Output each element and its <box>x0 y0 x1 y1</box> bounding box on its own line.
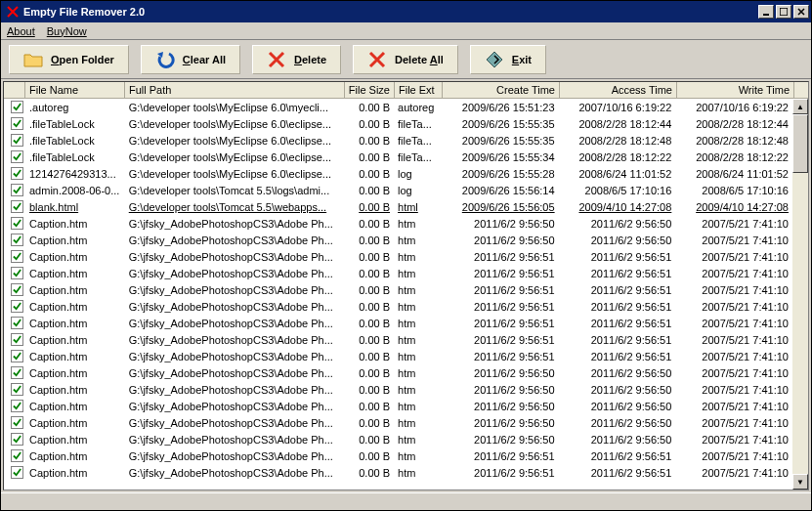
row-checkbox[interactable] <box>11 383 23 396</box>
table-row[interactable]: Caption.htmG:\jfsky_AdobePhotoshopCS3\Ad… <box>4 381 792 398</box>
table-row[interactable]: Caption.htmG:\jfsky_AdobePhotoshopCS3\Ad… <box>4 348 792 364</box>
cell-filename: .autoreg <box>25 102 125 113</box>
row-checkbox[interactable] <box>11 449 23 462</box>
table-row[interactable]: Caption.htmG:\jfsky_AdobePhotoshopCS3\Ad… <box>4 248 792 265</box>
undo-icon <box>155 50 175 69</box>
table-row[interactable]: Caption.htmG:\jfsky_AdobePhotoshopCS3\Ad… <box>4 364 792 381</box>
header-create[interactable]: Create Time <box>443 82 560 98</box>
delete-all-button[interactable]: Delete All <box>353 45 458 74</box>
row-checkbox[interactable] <box>11 300 23 313</box>
cell-fullpath: G:\jfsky_AdobePhotoshopCS3\Adobe Ph... <box>125 334 344 346</box>
scroll-up-button[interactable]: ▲ <box>792 99 808 114</box>
table-row[interactable]: Caption.htmG:\jfsky_AdobePhotoshopCS3\Ad… <box>4 315 792 331</box>
cell-access: 2009/4/10 14:27:08 <box>559 201 676 213</box>
row-checkbox[interactable] <box>11 466 23 479</box>
cell-fullpath: G:\jfsky_AdobePhotoshopCS3\Adobe Ph... <box>125 318 344 329</box>
header-checkbox[interactable] <box>4 82 25 98</box>
cell-fileext: htm <box>394 417 442 429</box>
table-row[interactable]: 1214276429313...G:\developer tools\MyEcl… <box>4 165 792 182</box>
delete-button[interactable]: Delete <box>252 45 341 74</box>
exit-icon <box>485 50 504 69</box>
cell-fileext: htm <box>394 384 442 396</box>
table-row[interactable]: Caption.htmG:\jfsky_AdobePhotoshopCS3\Ad… <box>4 331 792 348</box>
table-row[interactable]: Caption.htmG:\jfsky_AdobePhotoshopCS3\Ad… <box>4 414 792 431</box>
row-checkbox[interactable] <box>11 117 23 130</box>
header-fileext[interactable]: File Ext <box>395 82 443 98</box>
cell-filename: Caption.htm <box>25 318 125 329</box>
exit-button[interactable]: Exit <box>470 45 546 74</box>
row-checkbox[interactable] <box>11 150 23 163</box>
cell-access: 2011/6/2 9:56:51 <box>559 318 676 329</box>
cell-filename: Caption.htm <box>25 234 125 246</box>
cell-filesize: 0.00 B <box>344 268 394 279</box>
svg-rect-0 <box>763 14 769 16</box>
table-row[interactable]: Caption.htmG:\jfsky_AdobePhotoshopCS3\Ad… <box>4 265 792 281</box>
vertical-scrollbar[interactable]: ▲ ▼ <box>792 99 808 490</box>
header-access[interactable]: Access Time <box>560 82 677 98</box>
header-filesize[interactable]: File Size <box>345 82 395 98</box>
app-x-icon <box>6 5 20 19</box>
table-row[interactable]: Caption.htmG:\jfsky_AdobePhotoshopCS3\Ad… <box>4 464 792 481</box>
cell-filesize: 0.00 B <box>344 467 394 479</box>
table-row[interactable]: .fileTableLockG:\developer tools\MyEclip… <box>4 115 792 132</box>
cell-filesize: 0.00 B <box>344 450 394 462</box>
row-checkbox[interactable] <box>11 333 23 346</box>
close-button[interactable] <box>793 5 809 19</box>
row-checkbox[interactable] <box>11 250 23 263</box>
table-row[interactable]: .autoregG:\developer tools\MyEclipse 6.0… <box>4 99 792 115</box>
cell-fileext: htm <box>394 434 442 446</box>
table-row[interactable]: Caption.htmG:\jfsky_AdobePhotoshopCS3\Ad… <box>4 281 792 298</box>
cell-write: 2008/2/28 18:12:48 <box>675 135 792 147</box>
cell-filesize: 0.00 B <box>344 218 394 230</box>
cell-create: 2011/6/2 9:56:51 <box>442 318 559 329</box>
table-row[interactable]: Caption.htmG:\jfsky_AdobePhotoshopCS3\Ad… <box>4 298 792 315</box>
table-row[interactable]: blank.htmlG:\developer tools\Tomcat 5.5\… <box>4 198 792 215</box>
header-write[interactable]: Write Time <box>677 82 794 98</box>
clear-all-button[interactable]: Clear All <box>141 45 240 74</box>
row-checkbox[interactable] <box>11 167 23 180</box>
table-row[interactable]: Caption.htmG:\jfsky_AdobePhotoshopCS3\Ad… <box>4 398 792 414</box>
row-checkbox[interactable] <box>11 101 23 113</box>
row-checkbox[interactable] <box>11 234 23 246</box>
cell-filesize: 0.00 B <box>344 301 394 313</box>
menu-buynow[interactable]: BuyNow <box>47 25 87 37</box>
minimize-button[interactable] <box>758 5 774 19</box>
menu-about[interactable]: About <box>7 25 35 37</box>
cell-access: 2011/6/2 9:56:51 <box>559 301 676 313</box>
row-checkbox[interactable] <box>11 433 23 446</box>
row-checkbox[interactable] <box>11 350 23 362</box>
row-checkbox[interactable] <box>11 200 23 213</box>
cell-write: 2008/6/24 11:01:52 <box>675 168 792 180</box>
row-checkbox[interactable] <box>11 366 23 379</box>
cell-access: 2011/6/2 9:56:50 <box>559 401 676 412</box>
row-checkbox[interactable] <box>11 400 23 412</box>
row-checkbox[interactable] <box>11 416 23 429</box>
scroll-track[interactable] <box>792 114 808 474</box>
cell-fileext: log <box>394 168 442 180</box>
maximize-button[interactable] <box>776 5 791 19</box>
header-filename[interactable]: File Name <box>25 82 125 98</box>
window-title: Empty File Remover 2.0 <box>23 6 145 18</box>
cell-fullpath: G:\developer tools\Tomcat 5.5\logs\admi.… <box>125 185 344 196</box>
row-checkbox[interactable] <box>11 317 23 329</box>
scroll-thumb[interactable] <box>792 114 808 173</box>
table-row[interactable]: Caption.htmG:\jfsky_AdobePhotoshopCS3\Ad… <box>4 431 792 447</box>
scroll-down-button[interactable]: ▼ <box>792 474 808 490</box>
table-row[interactable]: Caption.htmG:\jfsky_AdobePhotoshopCS3\Ad… <box>4 232 792 248</box>
table-row[interactable]: Caption.htmG:\jfsky_AdobePhotoshopCS3\Ad… <box>4 447 792 464</box>
table-row[interactable]: .fileTableLockG:\developer tools\MyEclip… <box>4 149 792 165</box>
row-checkbox[interactable] <box>11 184 23 196</box>
cell-access: 2011/6/2 9:56:51 <box>559 450 676 462</box>
table-row[interactable]: Caption.htmG:\jfsky_AdobePhotoshopCS3\Ad… <box>4 215 792 232</box>
row-checkbox[interactable] <box>11 217 23 230</box>
row-checkbox[interactable] <box>11 283 23 296</box>
row-checkbox[interactable] <box>11 267 23 279</box>
header-fullpath[interactable]: Full Path <box>125 82 345 98</box>
table-row[interactable]: admin.2008-06-0...G:\developer tools\Tom… <box>4 182 792 198</box>
row-checkbox[interactable] <box>11 134 23 147</box>
open-folder-button[interactable]: Open Folder <box>9 45 129 74</box>
cell-fullpath: G:\jfsky_AdobePhotoshopCS3\Adobe Ph... <box>125 218 344 230</box>
cell-fileext: htm <box>394 218 442 230</box>
table-row[interactable]: .fileTableLockG:\developer tools\MyEclip… <box>4 132 792 149</box>
cell-fullpath: G:\jfsky_AdobePhotoshopCS3\Adobe Ph... <box>125 351 344 362</box>
